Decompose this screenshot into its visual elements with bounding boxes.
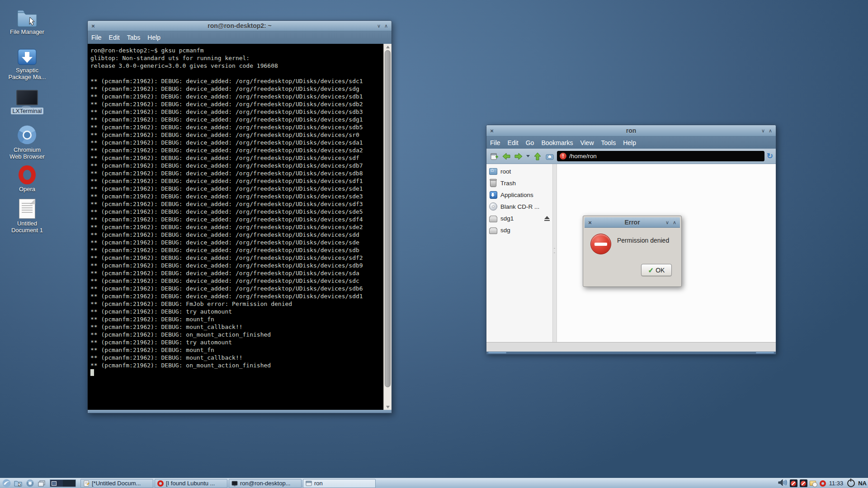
- home-icon[interactable]: [545, 151, 555, 161]
- terminal-titlebar[interactable]: × ron@ron-desktop2: ~ ∨ ∧: [88, 21, 392, 31]
- sidebar-item-trash[interactable]: Trash: [486, 177, 552, 189]
- terminal-icon: [231, 480, 238, 487]
- task-file-manager-window[interactable]: ron: [303, 479, 376, 488]
- maximize-icon[interactable]: ∧: [384, 23, 388, 28]
- task-untitled-document[interactable]: [*Untitled Docum...: [80, 479, 153, 488]
- sidebar-item-sdg1[interactable]: sdg1: [486, 212, 552, 224]
- reload-icon[interactable]: ↻: [767, 152, 773, 160]
- menu-go[interactable]: Go: [522, 139, 538, 146]
- task-terminal-window[interactable]: ron@ron-desktop...: [229, 479, 302, 488]
- home-folder-icon: [489, 167, 497, 175]
- menu-edit[interactable]: Edit: [105, 34, 123, 41]
- desktop: File Manager Synaptic Package Ma... LXTe…: [0, 0, 868, 488]
- shade-icon[interactable]: ∨: [377, 23, 381, 28]
- menu-tabs[interactable]: Tabs: [123, 34, 144, 41]
- desktop-icon-opera[interactable]: Opera: [6, 163, 48, 192]
- desktop-icon-label2: Web Browser: [6, 153, 48, 160]
- ok-button[interactable]: ✓ OK: [641, 264, 672, 276]
- menu-help[interactable]: Help: [619, 139, 640, 146]
- status-text: NA: [858, 480, 867, 487]
- menu-edit[interactable]: Edit: [504, 139, 522, 146]
- workspace-2[interactable]: [63, 480, 75, 487]
- file-manager-icon: [6, 5, 48, 27]
- maximize-icon[interactable]: ∧: [673, 220, 676, 225]
- trash-icon: [489, 179, 497, 187]
- chromium-icon: [6, 123, 48, 145]
- warning-icon: !: [560, 153, 566, 160]
- forward-icon[interactable]: [514, 151, 524, 161]
- applications-icon: [489, 191, 497, 199]
- shade-icon[interactable]: ∨: [665, 220, 669, 225]
- new-tab-icon[interactable]: [489, 151, 499, 161]
- synaptic-icon: [6, 44, 48, 66]
- document-icon: [83, 480, 90, 487]
- error-dialog: × Error ∨ ∧ Permission denied ✓ OK: [583, 216, 682, 287]
- volume-icon[interactable]: [778, 479, 788, 488]
- sidebar-item-sdg[interactable]: sdg: [486, 224, 552, 236]
- task-opera-window[interactable]: [I found Lubuntu ...: [155, 479, 227, 488]
- up-icon[interactable]: [533, 151, 542, 161]
- scroll-up-icon[interactable]: [384, 44, 392, 50]
- desktop-icon-label2: Document 1: [6, 227, 48, 234]
- terminal-cursor: [90, 369, 94, 376]
- desktop-icon-chromium[interactable]: Chromium Web Browser: [6, 123, 48, 160]
- terminal-bottom-frame: [88, 410, 392, 413]
- opera-tray-icon[interactable]: [820, 480, 826, 487]
- terminal-scrollbar[interactable]: [383, 44, 392, 410]
- error-message: Permission denied: [617, 237, 669, 244]
- scrollbar-thumb[interactable]: [385, 50, 391, 387]
- update-blocked-icon[interactable]: [790, 479, 797, 487]
- terminal-body[interactable]: ron@ron-desktop2:~$ gksu pcmanfmglibtop:…: [88, 44, 392, 410]
- maximize-icon[interactable]: ∧: [769, 128, 772, 133]
- workspace-1[interactable]: [50, 480, 63, 487]
- fm-titlebar[interactable]: × ron ∨ ∧: [486, 125, 776, 136]
- desktop-icon-synaptic[interactable]: Synaptic Package Ma...: [6, 44, 48, 80]
- desktop-icon-file-manager[interactable]: File Manager: [6, 5, 48, 35]
- fm-toolbar: ! /home/ron ↻: [486, 149, 776, 164]
- opera-icon: [157, 480, 164, 487]
- menu-tools[interactable]: Tools: [598, 139, 620, 146]
- fm-bottom-frame: [486, 352, 776, 354]
- power-icon[interactable]: [847, 479, 855, 487]
- address-bar[interactable]: ! /home/ron: [557, 151, 764, 161]
- start-menu-icon[interactable]: [2, 479, 11, 488]
- clock[interactable]: 11:33: [828, 480, 844, 487]
- fm-statusbar: [486, 342, 776, 352]
- web-browser-launcher-icon[interactable]: [25, 479, 34, 488]
- cdrom-icon: [489, 202, 497, 211]
- window-list-icon[interactable]: [37, 479, 46, 488]
- history-dropdown-icon[interactable]: [526, 155, 530, 157]
- sidebar-splitter[interactable]: [552, 164, 557, 342]
- document-icon: [6, 197, 48, 219]
- update-blocked-icon[interactable]: [800, 479, 807, 487]
- sidebar-item-blank-cd[interactable]: Blank CD-R ...: [486, 201, 552, 212]
- desktop-icon-label: Synaptic: [6, 67, 48, 74]
- scroll-down-icon[interactable]: [384, 404, 392, 410]
- opera-icon: [6, 163, 48, 184]
- sidebar-item-root[interactable]: root: [486, 165, 552, 177]
- menu-bookmarks[interactable]: Bookmarks: [538, 139, 576, 146]
- terminal-menubar: File Edit Tabs Help: [88, 31, 392, 44]
- desktop-icon-label: Untitled: [6, 220, 48, 227]
- menu-help[interactable]: Help: [144, 34, 164, 41]
- file-operations-tray-icon[interactable]: [810, 479, 817, 487]
- desktop-icon-untitled-document[interactable]: Untitled Document 1: [6, 197, 48, 234]
- desktop-icon-lxterminal[interactable]: LXTerminal: [6, 84, 48, 115]
- desktop-icon-label2: Package Ma...: [6, 74, 48, 80]
- menu-view[interactable]: View: [576, 139, 597, 146]
- desktop-icon-label: Opera: [6, 186, 48, 192]
- dialog-titlebar[interactable]: × Error ∨ ∧: [585, 217, 680, 228]
- back-icon[interactable]: [501, 151, 511, 161]
- shade-icon[interactable]: ∨: [761, 128, 765, 133]
- terminal-output: ron@ron-desktop2:~$ gksu pcmanfmglibtop:…: [90, 47, 382, 369]
- sidebar-item-applications[interactable]: Applications: [486, 189, 552, 201]
- folder-icon: [305, 480, 312, 487]
- file-manager-launcher-icon[interactable]: [14, 479, 23, 488]
- menu-file[interactable]: File: [486, 139, 504, 146]
- menu-file[interactable]: File: [88, 34, 105, 41]
- drive-icon: [489, 226, 497, 234]
- terminal-title: ron@ron-desktop2: ~: [88, 22, 392, 29]
- eject-icon[interactable]: [544, 216, 550, 221]
- workspace-pager[interactable]: [50, 479, 76, 487]
- desktop-icon-label: LXTerminal: [11, 108, 43, 114]
